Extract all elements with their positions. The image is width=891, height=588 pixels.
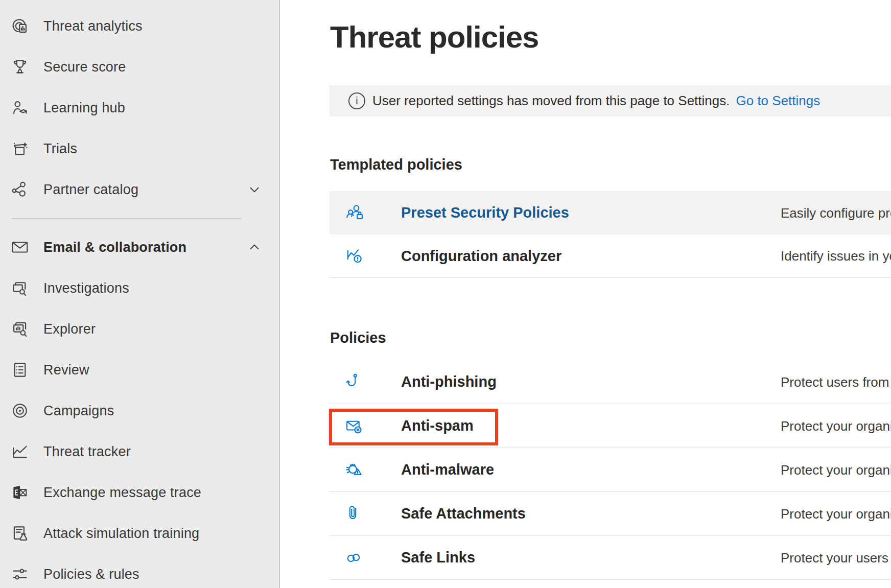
anti-spam-icon — [344, 415, 365, 437]
section-heading-templated-policies: Templated policies — [330, 156, 462, 173]
sidebar-item-attack-simulation-training[interactable]: Attack simulation training — [0, 513, 279, 554]
sidebar-item-investigations[interactable]: Investigations — [0, 268, 279, 309]
trophy-icon — [10, 57, 30, 77]
sidebar-item-label: Secure score — [43, 59, 126, 75]
sidebar-item-campaigns[interactable]: Campaigns — [0, 390, 279, 431]
sidebar-item-threat-analytics[interactable]: Threat analytics — [0, 6, 279, 46]
sidebar-item-secure-score[interactable]: Secure score — [0, 46, 279, 87]
row-safe-attachments[interactable]: Safe Attachments Protect your organiz — [330, 492, 891, 536]
row-description: Easily configure prot — [781, 205, 891, 221]
banner-text: User reported settings has moved from th… — [372, 93, 730, 109]
configuration-analyzer-icon — [344, 245, 365, 267]
sidebar-item-policies-rules[interactable]: Policies & rules — [0, 554, 279, 588]
sidebar-item-trials[interactable]: Trials — [0, 128, 279, 169]
sidebar-item-label: Partner catalog — [43, 182, 138, 198]
row-label[interactable]: Anti-spam — [401, 417, 474, 434]
sidebar-item-label: Exchange message trace — [43, 485, 201, 501]
campaigns-icon — [10, 401, 30, 420]
row-label[interactable]: Safe Attachments — [401, 505, 526, 522]
row-label[interactable]: Preset Security Policies — [401, 204, 569, 221]
sidebar-item-label: Trials — [43, 141, 77, 157]
row-description: Identify issues in you — [781, 248, 891, 264]
row-safe-links[interactable]: Safe Links Protect your users fr — [330, 536, 891, 580]
go-to-settings-link[interactable]: Go to Settings — [736, 93, 820, 109]
anti-phishing-icon — [344, 371, 365, 393]
row-label[interactable]: Safe Links — [401, 549, 475, 566]
info-banner: i User reported settings has moved from … — [330, 85, 891, 116]
sidebar-divider — [11, 218, 242, 219]
threat-tracker-icon — [10, 442, 30, 461]
row-description: Protect users from p — [781, 374, 891, 390]
trials-icon — [10, 139, 30, 158]
info-icon: i — [348, 92, 365, 109]
row-description: Protect your users fr — [781, 550, 891, 566]
chevron-up-icon[interactable] — [248, 241, 261, 254]
row-description: Protect your organiz — [781, 462, 891, 478]
review-icon — [10, 360, 30, 380]
row-label[interactable]: Anti-malware — [401, 461, 494, 478]
row-preset-security-policies[interactable]: Preset Security Policies Easily configur… — [330, 191, 891, 234]
sidebar-item-partner-catalog[interactable]: Partner catalog — [0, 169, 279, 210]
sidebar-item-learning-hub[interactable]: Learning hub — [0, 87, 279, 128]
policies-list: Anti-phishing Protect users from p Anti-… — [330, 360, 891, 580]
row-anti-phishing[interactable]: Anti-phishing Protect users from p — [330, 360, 891, 404]
investigations-icon — [10, 278, 30, 298]
sidebar-item-label: Threat tracker — [43, 444, 131, 460]
sidebar-item-label: Investigations — [43, 280, 129, 296]
policies-rules-icon — [10, 565, 30, 584]
safe-attachments-icon — [344, 503, 365, 525]
sidebar-item-label: Campaigns — [43, 403, 114, 419]
page-title: Threat policies — [330, 19, 538, 55]
partner-catalog-icon — [10, 180, 30, 199]
mail-icon — [10, 238, 30, 257]
sidebar-item-label: Learning hub — [43, 100, 125, 116]
preset-security-policies-icon — [344, 202, 365, 224]
templated-policies-list: Preset Security Policies Easily configur… — [330, 191, 891, 278]
anti-malware-icon — [344, 459, 365, 481]
row-label[interactable]: Configuration analyzer — [401, 248, 561, 265]
sidebar-item-explorer[interactable]: Explorer — [0, 309, 279, 349]
sidebar-item-label: Explorer — [43, 321, 96, 337]
learning-hub-icon — [10, 98, 30, 117]
row-configuration-analyzer[interactable]: Configuration analyzer Identify issues i… — [330, 234, 891, 278]
section-heading-policies: Policies — [330, 330, 386, 346]
threat-policies-page: Threat analytics Secure score Learning h… — [0, 0, 891, 588]
exchange-icon — [10, 483, 30, 502]
sidebar-item-email-collaboration[interactable]: Email & collaboration — [0, 227, 279, 268]
sidebar-item-exchange-message-trace[interactable]: Exchange message trace — [0, 472, 279, 513]
sidebar-item-label: Attack simulation training — [43, 526, 199, 542]
row-anti-spam[interactable]: Anti-spam Protect your organiz — [330, 404, 891, 448]
sidebar-item-label: Review — [43, 362, 89, 378]
threat-analytics-icon — [10, 16, 30, 36]
sidebar-item-label: Threat analytics — [43, 18, 143, 34]
row-anti-malware[interactable]: Anti-malware Protect your organiz — [330, 448, 891, 492]
explorer-icon — [10, 319, 30, 339]
row-description: Protect your organiz — [781, 418, 891, 434]
sidebar-item-label: Email & collaboration — [43, 240, 186, 255]
row-label[interactable]: Anti-phishing — [401, 373, 497, 390]
left-navigation: Threat analytics Secure score Learning h… — [0, 0, 280, 588]
sidebar-item-label: Policies & rules — [43, 567, 139, 582]
sidebar-item-threat-tracker[interactable]: Threat tracker — [0, 431, 279, 472]
row-description: Protect your organiz — [781, 506, 891, 522]
sidebar-item-review[interactable]: Review — [0, 349, 279, 390]
chevron-down-icon[interactable] — [248, 183, 261, 196]
safe-links-icon — [344, 547, 365, 569]
attack-simulation-icon — [10, 524, 30, 543]
